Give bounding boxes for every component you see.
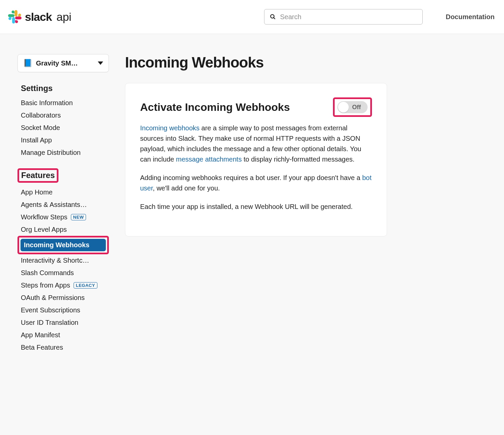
highlight-toggle: Off — [333, 97, 372, 117]
card-paragraph-1: Incoming webhooks are a simple way to po… — [140, 123, 372, 165]
svg-point-0 — [271, 14, 275, 18]
sidebar-item-agents-assistants[interactable]: Agents & Assistants… — [17, 199, 109, 211]
nav-header-settings: Settings — [17, 84, 109, 93]
toggle-state-label: Off — [352, 104, 361, 111]
sidebar-item-event-subscriptions[interactable]: Event Subscriptions — [17, 304, 109, 316]
main-content: Incoming Webhooks Activate Incoming Webh… — [125, 54, 401, 435]
activate-webhooks-toggle[interactable]: Off — [337, 101, 368, 113]
legacy-badge: LEGACY — [74, 282, 97, 289]
incoming-webhooks-link[interactable]: Incoming webhooks — [140, 124, 200, 132]
sidebar-item-user-id-translation[interactable]: User ID Translation — [17, 316, 109, 329]
brand-text-main: slack — [25, 10, 52, 24]
activate-webhooks-card: Activate Incoming Webhooks Off Incoming … — [125, 83, 387, 236]
svg-line-1 — [274, 17, 276, 19]
nav-header-features: Features — [21, 171, 55, 180]
sidebar-item-interactivity-shortcuts[interactable]: Interactivity & Shortc… — [17, 254, 109, 267]
text: , we'll add one for you. — [153, 184, 220, 192]
slack-api-logo[interactable]: slack api — [8, 10, 71, 24]
slack-logo-icon — [8, 10, 22, 24]
search-input-container[interactable] — [264, 9, 423, 25]
sidebar-item-beta-features[interactable]: Beta Features — [17, 341, 109, 354]
sidebar-item-steps-from-apps[interactable]: Steps from Apps LEGACY — [17, 279, 109, 292]
sidebar-item-label: Steps from Apps — [21, 281, 70, 289]
brand-text-suffix: api — [56, 10, 71, 24]
search-input[interactable] — [280, 13, 417, 21]
sidebar-item-basic-information[interactable]: Basic Information — [17, 97, 109, 109]
sidebar-item-socket-mode[interactable]: Socket Mode — [17, 122, 109, 134]
card-title: Activate Incoming Webhooks — [140, 101, 290, 114]
toggle-knob — [338, 102, 349, 113]
top-bar: slack api Documentation — [0, 0, 504, 34]
text: Adding incoming webhooks requires a bot … — [140, 174, 362, 181]
sidebar-item-incoming-webhooks[interactable]: Incoming Webhooks — [20, 239, 106, 251]
selected-app-name: Gravity SM… — [36, 59, 94, 67]
chevron-down-icon — [98, 61, 103, 65]
message-attachments-link[interactable]: message attachments — [176, 156, 242, 163]
card-paragraph-3: Each time your app is installed, a new W… — [140, 202, 372, 212]
sidebar-item-app-manifest[interactable]: App Manifest — [17, 329, 109, 341]
text: to display richly-formatted messages. — [242, 156, 354, 163]
page-title: Incoming Webhooks — [125, 54, 387, 71]
sidebar: 📘 Gravity SM… Settings Basic Information… — [17, 54, 109, 435]
sidebar-item-install-app[interactable]: Install App — [17, 134, 109, 146]
card-paragraph-2: Adding incoming webhooks requires a bot … — [140, 173, 372, 193]
highlight-features-header: Features — [17, 168, 58, 183]
sidebar-item-app-home[interactable]: App Home — [17, 186, 109, 199]
new-badge: NEW — [71, 214, 86, 220]
sidebar-item-oauth-permissions[interactable]: OAuth & Permissions — [17, 292, 109, 304]
notebook-icon: 📘 — [23, 59, 32, 68]
sidebar-item-label: Workflow Steps — [21, 213, 68, 221]
sidebar-item-workflow-steps[interactable]: Workflow Steps NEW — [17, 211, 109, 223]
app-selector-dropdown[interactable]: 📘 Gravity SM… — [17, 54, 109, 72]
search-icon — [270, 14, 276, 20]
sidebar-item-manage-distribution[interactable]: Manage Distribution — [17, 146, 109, 159]
sidebar-item-org-level-apps[interactable]: Org Level Apps — [17, 223, 109, 236]
documentation-link[interactable]: Documentation — [446, 13, 495, 21]
sidebar-item-collaborators[interactable]: Collaborators — [17, 109, 109, 122]
highlight-incoming-webhooks: Incoming Webhooks — [17, 236, 109, 254]
sidebar-item-slash-commands[interactable]: Slash Commands — [17, 267, 109, 279]
